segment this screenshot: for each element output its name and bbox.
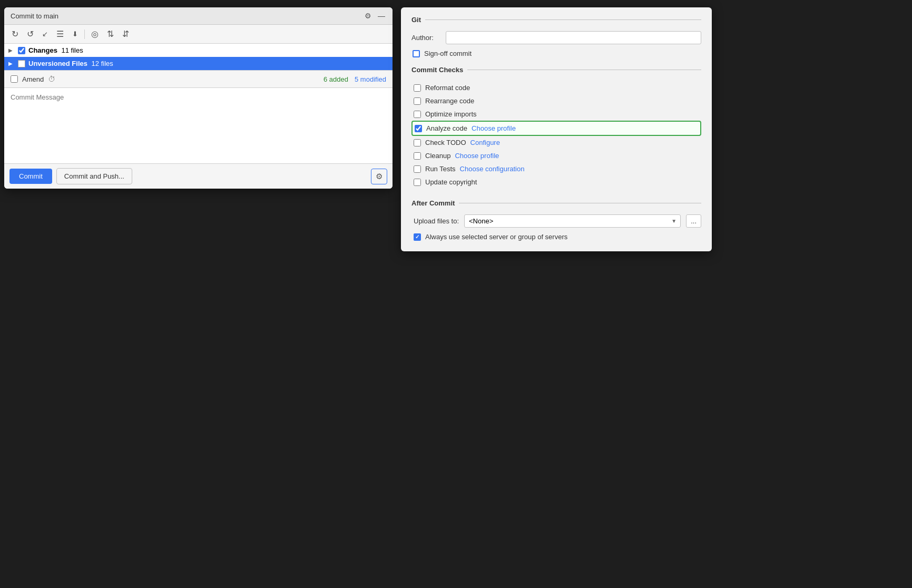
todo-checkbox[interactable] [414, 139, 421, 146]
copyright-checkbox[interactable] [414, 179, 421, 186]
rearrange-label: Rearrange code [425, 97, 474, 105]
git-section-title: Git [411, 16, 701, 24]
sort1-button[interactable]: ⇅ [104, 27, 117, 41]
undo-button[interactable]: ↺ [24, 27, 37, 41]
sort2-button[interactable]: ⇵ [119, 27, 132, 41]
unversioned-tree-item[interactable]: ▶ Unversioned Files 12 files [4, 57, 393, 70]
always-use-label: Always use selected server or group of s… [425, 233, 567, 241]
file-tree: ▶ Changes 11 files ▶ Unversioned Files 1… [4, 44, 393, 71]
commit-meta: Amend ⏱ 6 added 5 modified [4, 71, 393, 88]
cleanup-check-item: Cleanup Choose profile [411, 149, 701, 162]
sign-off-row: Sign-off commit [413, 50, 701, 57]
download-button[interactable]: ⬇ [69, 28, 81, 40]
analyze-code-item: Analyze code Choose profile [411, 121, 701, 136]
close-titlebar-button[interactable]: — [377, 11, 386, 21]
copyright-label: Update copyright [425, 178, 477, 186]
author-label: Author: [411, 34, 440, 42]
reformat-check-item: Reformat code [411, 81, 701, 94]
toolbar-separator-1 [84, 30, 85, 39]
unversioned-count: 12 files [92, 60, 113, 67]
optimize-label: Optimize imports [425, 110, 477, 118]
amend-label: Amend [22, 75, 44, 83]
commit-message-input[interactable] [4, 88, 393, 162]
unversioned-chevron-icon: ▶ [8, 61, 15, 66]
todo-check-item: Check TODO Configure [411, 136, 701, 149]
copyright-check-item: Update copyright [411, 175, 701, 189]
commit-toolbar: ↻ ↺ ↙ ☰ ⬇ ◎ ⇅ ⇵ [4, 25, 393, 44]
changes-label-text: Changes [28, 46, 57, 54]
ellipsis-button[interactable]: ... [686, 214, 701, 228]
clock-icon: ⏱ [48, 75, 55, 83]
commit-button[interactable]: Commit [9, 169, 52, 184]
todo-label: Check TODO [425, 139, 466, 146]
changes-tree-item[interactable]: ▶ Changes 11 files [4, 44, 393, 57]
commit-window: Commit to main ⚙ — ↻ ↺ ↙ ☰ ⬇ ◎ ⇅ ⇵ ▶ Cha… [4, 7, 393, 189]
commit-and-push-button[interactable]: Commit and Push... [56, 168, 132, 184]
upload-select[interactable]: <None> [464, 214, 681, 228]
commit-checks-title: Commit Checks [411, 66, 701, 74]
commit-footer: Commit Commit and Push... ⚙ [4, 163, 393, 189]
optimize-check-item: Optimize imports [411, 107, 701, 121]
sign-off-label: Sign-off commit [424, 50, 472, 57]
always-use-row: Always use selected server or group of s… [414, 233, 701, 241]
run-tests-check-item: Run Tests Choose configuration [411, 162, 701, 175]
cleanup-label: Cleanup [425, 152, 450, 160]
rearrange-check-item: Rearrange code [411, 94, 701, 107]
reformat-label: Reformat code [425, 84, 470, 92]
diff-button[interactable]: ☰ [53, 27, 67, 41]
after-commit-title: After Commit [411, 199, 701, 207]
footer-settings-button[interactable]: ⚙ [371, 169, 387, 184]
commit-window-title: Commit to main [11, 12, 58, 20]
commit-message-area [4, 88, 393, 163]
always-use-checkbox-icon[interactable] [414, 233, 421, 241]
todo-configure-link[interactable]: Configure [470, 139, 500, 146]
unversioned-label: Unversioned Files 12 files [28, 60, 113, 67]
added-stat: 6 added [323, 75, 348, 83]
cleanup-choose-profile-link[interactable]: Choose profile [455, 152, 499, 160]
run-tests-label: Run Tests [425, 165, 456, 173]
titlebar-controls: ⚙ — [364, 11, 386, 21]
changes-checkbox[interactable] [18, 47, 25, 54]
settings-titlebar-button[interactable]: ⚙ [364, 11, 372, 21]
unversioned-checkbox-icon [18, 60, 25, 67]
upload-select-wrapper: <None> ▼ [464, 214, 681, 228]
upload-row: Upload files to: <None> ▼ ... [414, 214, 701, 228]
run-tests-choose-config-link[interactable]: Choose configuration [460, 165, 525, 173]
sign-off-checkbox-icon[interactable] [413, 50, 420, 57]
commit-checks-section: Commit Checks Reformat code Rearrange co… [411, 66, 701, 189]
author-row: Author: [411, 31, 701, 44]
reformat-checkbox[interactable] [414, 84, 421, 92]
unversioned-label-text: Unversioned Files [28, 60, 87, 67]
analyze-checkbox[interactable] [415, 125, 422, 132]
preview-button[interactable]: ◎ [88, 27, 102, 41]
optimize-checkbox[interactable] [414, 111, 421, 118]
analyze-label: Analyze code [426, 124, 467, 132]
analyze-choose-profile-link[interactable]: Choose profile [472, 124, 516, 132]
amend-checkbox[interactable] [11, 75, 18, 83]
upload-label: Upload files to: [414, 217, 459, 225]
changes-chevron-icon: ▶ [8, 47, 15, 53]
rearrange-checkbox[interactable] [414, 97, 421, 105]
after-commit-section: After Commit Upload files to: <None> ▼ .… [411, 199, 701, 241]
changes-count: 11 files [62, 46, 83, 54]
changes-label: Changes 11 files [28, 46, 83, 54]
author-input[interactable] [446, 31, 701, 44]
modified-stat: 5 modified [355, 75, 386, 83]
move-button[interactable]: ↙ [39, 28, 51, 40]
gear-icon: ⚙ [376, 172, 383, 181]
cleanup-checkbox[interactable] [414, 152, 421, 160]
git-panel: Git Author: Sign-off commit Commit Check… [401, 7, 712, 251]
run-tests-checkbox[interactable] [414, 165, 421, 173]
refresh-button[interactable]: ↻ [8, 27, 22, 41]
file-stats: 6 added 5 modified [323, 75, 386, 83]
commit-titlebar: Commit to main ⚙ — [4, 7, 393, 25]
